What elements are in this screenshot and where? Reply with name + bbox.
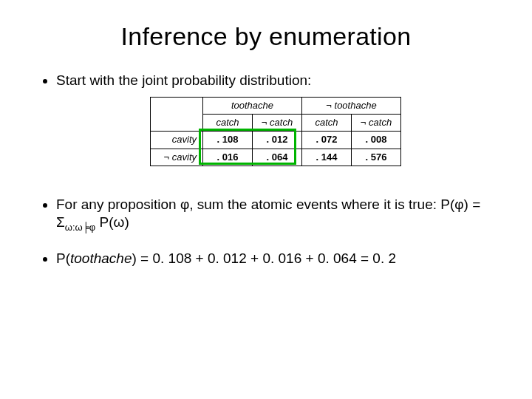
- bullet-1-text: Start with the joint probability distrib…: [56, 72, 311, 88]
- bullet-3-italic: toothache: [70, 250, 132, 266]
- cell: . 008: [351, 132, 400, 149]
- cell: . 072: [301, 132, 351, 149]
- col-catch-2: catch: [301, 115, 351, 132]
- joint-table: toothache ¬ toothache catch ¬ catch catc…: [150, 97, 401, 166]
- col-toothache: toothache: [203, 97, 302, 114]
- joint-table-wrap: toothache ¬ toothache catch ¬ catch catc…: [150, 97, 401, 166]
- cell: . 012: [253, 132, 302, 149]
- row-cavity: cavity: [151, 132, 203, 149]
- bullet-2: For any proposition φ, sum the atomic ev…: [56, 196, 495, 233]
- cell: . 576: [351, 149, 400, 166]
- table-corner: [151, 97, 203, 132]
- bullet-2-post: P(ω): [95, 214, 129, 230]
- cell: . 108: [203, 132, 253, 149]
- bullet-3-post: ) = 0. 108 + 0. 012 + 0. 016 + 0. 064 = …: [132, 250, 396, 266]
- page-title: Inference by enumeration: [37, 22, 495, 51]
- row-not-cavity: ¬ cavity: [151, 149, 203, 166]
- bullet-1: Start with the joint probability distrib…: [56, 72, 495, 166]
- cell: . 016: [203, 149, 253, 166]
- table-row: ¬ cavity . 016 . 064 . 144 . 576: [151, 149, 401, 166]
- table-row: cavity . 108 . 012 . 072 . 008: [151, 132, 401, 149]
- cell: . 064: [253, 149, 302, 166]
- col-not-toothache: ¬ toothache: [301, 97, 400, 114]
- bullet-2-sub: ω:ω╞φ: [65, 221, 96, 232]
- slide: Inference by enumeration Start with the …: [0, 0, 532, 399]
- col-notcatch-1: ¬ catch: [253, 115, 302, 132]
- col-notcatch-2: ¬ catch: [351, 115, 400, 132]
- bullet-3: P(toothache) = 0. 108 + 0. 012 + 0. 016 …: [56, 250, 495, 267]
- col-catch-1: catch: [203, 115, 253, 132]
- bullet-3-pre: P(: [56, 250, 70, 266]
- table-row: toothache ¬ toothache: [151, 97, 401, 114]
- cell: . 144: [301, 149, 351, 166]
- bullet-list: Start with the joint probability distrib…: [37, 72, 495, 267]
